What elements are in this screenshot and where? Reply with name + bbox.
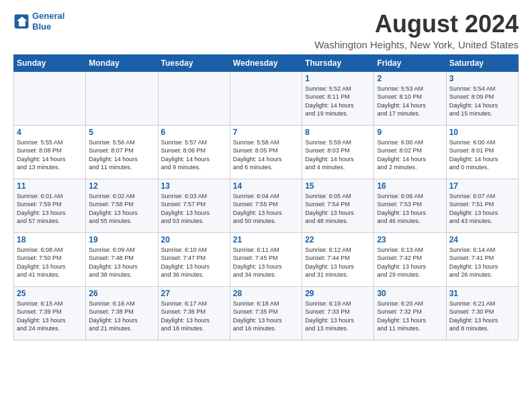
day-number: 6 <box>161 128 227 137</box>
calendar-cell: 4Sunrise: 5:55 AM Sunset: 8:08 PM Daylig… <box>14 125 86 179</box>
day-info: Sunrise: 5:55 AM Sunset: 8:08 PM Dayligh… <box>17 138 83 172</box>
logo-icon <box>13 13 30 30</box>
day-info: Sunrise: 5:58 AM Sunset: 8:05 PM Dayligh… <box>233 138 299 172</box>
calendar-cell <box>86 71 158 125</box>
header-saturday: Saturday <box>446 54 518 71</box>
day-info: Sunrise: 6:10 AM Sunset: 7:47 PM Dayligh… <box>161 246 227 279</box>
day-number: 7 <box>233 128 299 137</box>
day-number: 29 <box>305 289 371 298</box>
calendar-table: SundayMondayTuesdayWednesdayThursdayFrid… <box>13 54 519 340</box>
title-block: August 2024 Washington Heights, New York… <box>314 11 519 50</box>
day-number: 16 <box>377 181 443 191</box>
week-row-2: 11Sunrise: 6:01 AM Sunset: 7:59 PM Dayli… <box>14 179 519 232</box>
calendar-subtitle: Washington Heights, New York, United Sta… <box>314 39 519 50</box>
day-number: 21 <box>233 235 299 244</box>
day-info: Sunrise: 6:09 AM Sunset: 7:48 PM Dayligh… <box>89 246 154 279</box>
calendar-cell: 12Sunrise: 6:02 AM Sunset: 7:58 PM Dayli… <box>86 179 158 232</box>
day-info: Sunrise: 6:17 AM Sunset: 7:36 PM Dayligh… <box>161 300 227 333</box>
day-number: 1 <box>305 74 371 83</box>
day-info: Sunrise: 5:53 AM Sunset: 8:10 PM Dayligh… <box>377 85 443 118</box>
calendar-cell: 15Sunrise: 6:05 AM Sunset: 7:54 PM Dayli… <box>302 179 374 232</box>
day-info: Sunrise: 6:14 AM Sunset: 7:41 PM Dayligh… <box>449 246 515 279</box>
week-row-1: 4Sunrise: 5:55 AM Sunset: 8:08 PM Daylig… <box>14 125 519 179</box>
calendar-body: 1Sunrise: 5:52 AM Sunset: 8:11 PM Daylig… <box>14 71 519 340</box>
calendar-cell: 28Sunrise: 6:18 AM Sunset: 7:35 PM Dayli… <box>230 286 302 340</box>
day-info: Sunrise: 6:07 AM Sunset: 7:51 PM Dayligh… <box>449 192 515 226</box>
day-info: Sunrise: 6:11 AM Sunset: 7:45 PM Dayligh… <box>233 246 299 279</box>
header-sunday: Sunday <box>14 54 86 71</box>
day-number: 10 <box>449 128 515 137</box>
calendar-cell: 31Sunrise: 6:21 AM Sunset: 7:30 PM Dayli… <box>446 286 518 340</box>
day-number: 17 <box>449 181 515 191</box>
day-number: 11 <box>17 181 83 191</box>
day-number: 24 <box>449 235 515 244</box>
day-number: 2 <box>377 74 443 83</box>
calendar-cell: 2Sunrise: 5:53 AM Sunset: 8:10 PM Daylig… <box>374 71 446 125</box>
day-number: 18 <box>17 235 83 244</box>
day-info: Sunrise: 6:00 AM Sunset: 8:01 PM Dayligh… <box>449 138 515 172</box>
page-header: General Blue August 2024 Washington Heig… <box>13 11 519 50</box>
calendar-cell: 26Sunrise: 6:16 AM Sunset: 7:38 PM Dayli… <box>86 286 158 340</box>
calendar-title: August 2024 <box>314 11 519 38</box>
day-number: 25 <box>17 289 83 298</box>
day-number: 26 <box>89 289 154 298</box>
day-number: 14 <box>233 181 299 191</box>
calendar-cell: 6Sunrise: 5:57 AM Sunset: 8:06 PM Daylig… <box>158 125 230 179</box>
header-wednesday: Wednesday <box>230 54 302 71</box>
day-number: 12 <box>89 181 154 191</box>
calendar-cell <box>230 71 302 125</box>
calendar-cell: 1Sunrise: 5:52 AM Sunset: 8:11 PM Daylig… <box>302 71 374 125</box>
day-info: Sunrise: 6:16 AM Sunset: 7:38 PM Dayligh… <box>89 300 154 333</box>
day-info: Sunrise: 6:01 AM Sunset: 7:59 PM Dayligh… <box>17 192 83 226</box>
header-thursday: Thursday <box>302 54 374 71</box>
day-info: Sunrise: 6:05 AM Sunset: 7:54 PM Dayligh… <box>305 192 371 226</box>
logo-line2: Blue <box>32 21 51 32</box>
day-info: Sunrise: 6:12 AM Sunset: 7:44 PM Dayligh… <box>305 246 371 279</box>
day-number: 19 <box>89 235 154 244</box>
day-info: Sunrise: 6:00 AM Sunset: 8:02 PM Dayligh… <box>377 138 443 172</box>
day-info: Sunrise: 5:54 AM Sunset: 8:09 PM Dayligh… <box>449 85 515 118</box>
day-info: Sunrise: 5:57 AM Sunset: 8:06 PM Dayligh… <box>161 138 227 172</box>
calendar-cell: 5Sunrise: 5:56 AM Sunset: 8:07 PM Daylig… <box>86 125 158 179</box>
calendar-cell <box>14 71 86 125</box>
calendar-cell: 13Sunrise: 6:03 AM Sunset: 7:57 PM Dayli… <box>158 179 230 232</box>
calendar-cell: 18Sunrise: 6:08 AM Sunset: 7:50 PM Dayli… <box>14 232 86 286</box>
day-number: 27 <box>161 289 227 298</box>
calendar-cell: 9Sunrise: 6:00 AM Sunset: 8:02 PM Daylig… <box>374 125 446 179</box>
day-number: 9 <box>377 128 443 137</box>
calendar-cell <box>158 71 230 125</box>
calendar-cell: 27Sunrise: 6:17 AM Sunset: 7:36 PM Dayli… <box>158 286 230 340</box>
week-row-4: 25Sunrise: 6:15 AM Sunset: 7:39 PM Dayli… <box>14 286 519 340</box>
day-info: Sunrise: 6:06 AM Sunset: 7:53 PM Dayligh… <box>377 192 443 226</box>
calendar-cell: 24Sunrise: 6:14 AM Sunset: 7:41 PM Dayli… <box>446 232 518 286</box>
day-number: 23 <box>377 235 443 244</box>
week-row-3: 18Sunrise: 6:08 AM Sunset: 7:50 PM Dayli… <box>14 232 519 286</box>
calendar-cell: 3Sunrise: 5:54 AM Sunset: 8:09 PM Daylig… <box>446 71 518 125</box>
day-number: 5 <box>89 128 154 137</box>
day-info: Sunrise: 6:15 AM Sunset: 7:39 PM Dayligh… <box>17 300 83 333</box>
day-info: Sunrise: 5:56 AM Sunset: 8:07 PM Dayligh… <box>89 138 154 172</box>
calendar-cell: 11Sunrise: 6:01 AM Sunset: 7:59 PM Dayli… <box>14 179 86 232</box>
day-info: Sunrise: 6:20 AM Sunset: 7:32 PM Dayligh… <box>377 300 443 333</box>
day-info: Sunrise: 6:21 AM Sunset: 7:30 PM Dayligh… <box>449 300 515 333</box>
calendar-cell: 14Sunrise: 6:04 AM Sunset: 7:55 PM Dayli… <box>230 179 302 232</box>
day-number: 8 <box>305 128 371 137</box>
day-number: 4 <box>17 128 83 137</box>
header-monday: Monday <box>86 54 158 71</box>
calendar-cell: 29Sunrise: 6:19 AM Sunset: 7:33 PM Dayli… <box>302 286 374 340</box>
logo-line1: General <box>32 11 64 21</box>
day-number: 15 <box>305 181 371 191</box>
day-info: Sunrise: 6:03 AM Sunset: 7:57 PM Dayligh… <box>161 192 227 226</box>
header-tuesday: Tuesday <box>158 54 230 71</box>
header-row: SundayMondayTuesdayWednesdayThursdayFrid… <box>14 54 519 71</box>
day-info: Sunrise: 6:13 AM Sunset: 7:42 PM Dayligh… <box>377 246 443 279</box>
calendar-cell: 8Sunrise: 5:59 AM Sunset: 8:03 PM Daylig… <box>302 125 374 179</box>
day-number: 3 <box>449 74 515 83</box>
day-info: Sunrise: 6:19 AM Sunset: 7:33 PM Dayligh… <box>305 300 371 333</box>
calendar-cell: 16Sunrise: 6:06 AM Sunset: 7:53 PM Dayli… <box>374 179 446 232</box>
logo: General Blue <box>13 11 64 32</box>
calendar-cell: 10Sunrise: 6:00 AM Sunset: 8:01 PM Dayli… <box>446 125 518 179</box>
day-info: Sunrise: 6:02 AM Sunset: 7:58 PM Dayligh… <box>89 192 154 226</box>
calendar-cell: 20Sunrise: 6:10 AM Sunset: 7:47 PM Dayli… <box>158 232 230 286</box>
day-number: 20 <box>161 235 227 244</box>
